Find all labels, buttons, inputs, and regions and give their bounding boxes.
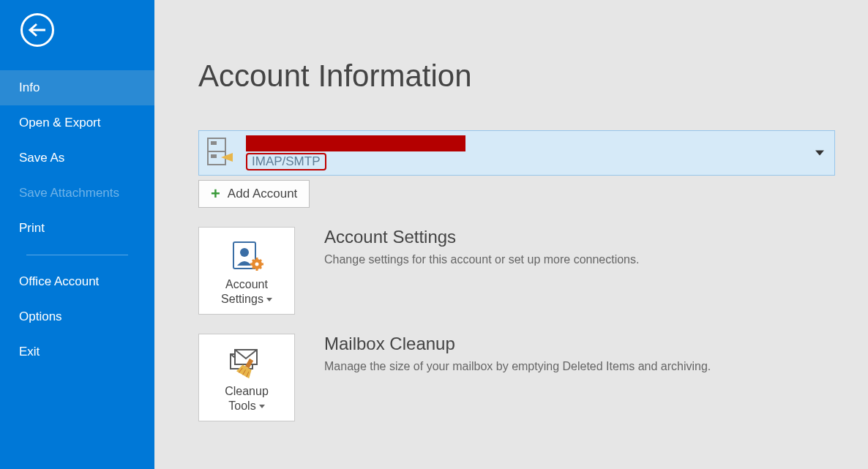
svg-rect-3 (211, 154, 217, 158)
add-account-button[interactable]: + Add Account (198, 180, 310, 208)
cleanup-tools-tile-label: Cleanup Tools (225, 384, 269, 413)
back-button[interactable] (20, 13, 54, 47)
backstage-sidebar: Info Open & Export Save As Save Attachme… (0, 0, 154, 469)
sidebar-item-office-account[interactable]: Office Account (0, 264, 154, 299)
chevron-down-icon (259, 405, 265, 408)
account-info-block: IMAP/SMTP (246, 135, 465, 170)
sidebar-item-options[interactable]: Options (0, 299, 154, 334)
mailbox-cleanup-desc: Manage the size of your mailbox by empty… (324, 360, 839, 373)
account-protocol-badge: IMAP/SMTP (246, 153, 326, 170)
svg-rect-2 (211, 141, 217, 145)
mailbox-cleanup-heading: Mailbox Cleanup (324, 334, 839, 354)
cleanup-tools-icon (228, 345, 266, 380)
sidebar-item-open-export[interactable]: Open & Export (0, 105, 154, 140)
plus-icon: + (211, 187, 220, 200)
account-settings-desc: Change settings for this account or set … (324, 253, 839, 266)
sidebar-item-exit[interactable]: Exit (0, 334, 154, 369)
main-pane: Account Information IMAP/SMTP + Add Acco… (154, 0, 868, 469)
account-email-redacted (246, 135, 465, 151)
chevron-down-icon (815, 151, 824, 156)
sidebar-separator (26, 255, 128, 255)
account-settings-tile[interactable]: Account Settings (198, 227, 295, 315)
svg-line-15 (260, 260, 261, 261)
sidebar-item-info[interactable]: Info (0, 70, 154, 105)
svg-marker-4 (221, 153, 233, 162)
page-title: Account Information (198, 59, 839, 94)
add-account-label: Add Account (228, 187, 297, 201)
account-settings-icon (229, 238, 264, 273)
svg-line-14 (260, 267, 261, 269)
mailbox-icon (206, 137, 233, 169)
back-arrow-icon (28, 23, 47, 37)
sidebar-item-print[interactable]: Print (0, 211, 154, 246)
account-settings-tile-label: Account Settings (221, 277, 272, 307)
sidebar-item-save-attachments: Save Attachments (0, 176, 154, 211)
svg-point-8 (255, 263, 259, 266)
svg-line-13 (252, 260, 254, 261)
chevron-down-icon (266, 298, 272, 301)
section-mailbox-cleanup: Cleanup Tools Mailbox Cleanup Manage the… (198, 334, 839, 421)
account-selector-dropdown[interactable]: IMAP/SMTP (198, 130, 835, 176)
section-account-settings: Account Settings Account Settings Change… (198, 227, 839, 315)
cleanup-tools-tile[interactable]: Cleanup Tools (198, 334, 295, 421)
account-settings-heading: Account Settings (324, 227, 839, 247)
svg-point-6 (240, 248, 249, 257)
svg-line-16 (252, 267, 254, 269)
sidebar-item-save-as[interactable]: Save As (0, 140, 154, 176)
